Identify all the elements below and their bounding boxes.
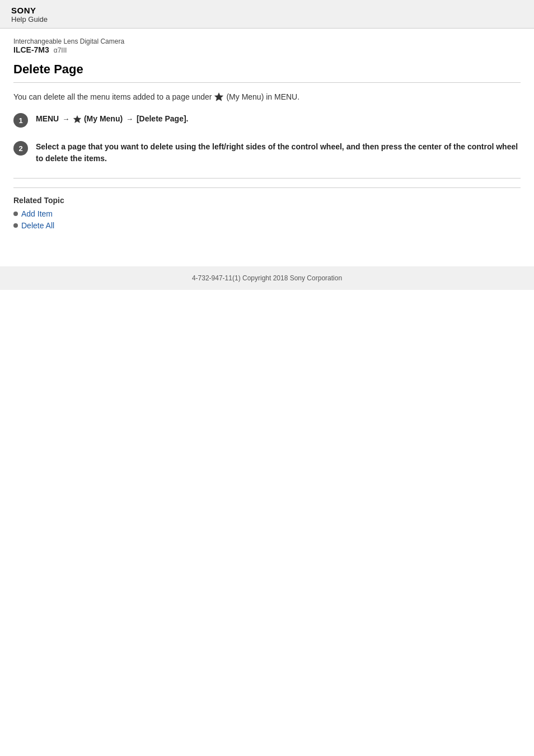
camera-info: Interchangeable Lens Digital Camera ILCE…: [13, 37, 521, 54]
related-links-list: Add Item Delete All: [13, 209, 521, 230]
step-number-1: 1: [13, 113, 28, 128]
page-header: SONY Help Guide: [0, 0, 534, 29]
intro-text-before: You can delete all the menu items added …: [13, 92, 212, 101]
step-text-1: MENU → (My Menu) → [Delete Page].: [36, 114, 189, 123]
arrow-icon-2: →: [126, 115, 133, 123]
svg-marker-1: [73, 116, 81, 123]
step-number-2: 2: [13, 141, 28, 156]
add-item-link[interactable]: Add Item: [21, 209, 53, 218]
step-content-2: Select a page that you want to delete us…: [36, 141, 521, 165]
step-item-1: 1 MENU → (My Menu) → [Delete Page].: [13, 113, 521, 128]
my-menu-star-icon: [214, 92, 224, 102]
camera-variant: α7III: [54, 46, 67, 54]
main-content: Interchangeable Lens Digital Camera ILCE…: [0, 29, 534, 244]
step-content-1: MENU → (My Menu) → [Delete Page].: [36, 113, 189, 125]
step1-label: (My Menu) → [Delete Page].: [84, 114, 189, 123]
step-item-2: 2 Select a page that you want to delete …: [13, 141, 521, 165]
related-title: Related Topic: [13, 196, 521, 205]
intro-text-after: (My Menu) in MENU.: [226, 92, 299, 101]
step-text-2: Select a page that you want to delete us…: [36, 142, 518, 163]
delete-all-link[interactable]: Delete All: [21, 221, 54, 230]
related-section: Related Topic Add Item Delete All: [13, 187, 521, 230]
camera-model: ILCE-7M3: [13, 45, 49, 54]
page-footer: 4-732-947-11(1) Copyright 2018 Sony Corp…: [0, 266, 534, 290]
related-list-item-add: Add Item: [13, 209, 521, 218]
arrow-icon-1: →: [62, 115, 69, 123]
brand-name: SONY: [11, 6, 523, 15]
step1-star-icon: [73, 114, 84, 123]
intro-paragraph: You can delete all the menu items added …: [13, 92, 521, 102]
help-guide-label: Help Guide: [11, 15, 523, 24]
camera-model-line: ILCE-7M3 α7III: [13, 45, 521, 54]
title-divider: [13, 82, 521, 83]
content-divider: [13, 178, 521, 179]
page-title: Delete Page: [13, 62, 521, 77]
steps-list: 1 MENU → (My Menu) → [Delete Page]. 2 Se…: [13, 113, 521, 165]
related-list-item-delete: Delete All: [13, 221, 521, 230]
svg-marker-0: [215, 93, 223, 101]
camera-type: Interchangeable Lens Digital Camera: [13, 37, 521, 45]
footer-copyright: 4-732-947-11(1) Copyright 2018 Sony Corp…: [192, 274, 342, 282]
